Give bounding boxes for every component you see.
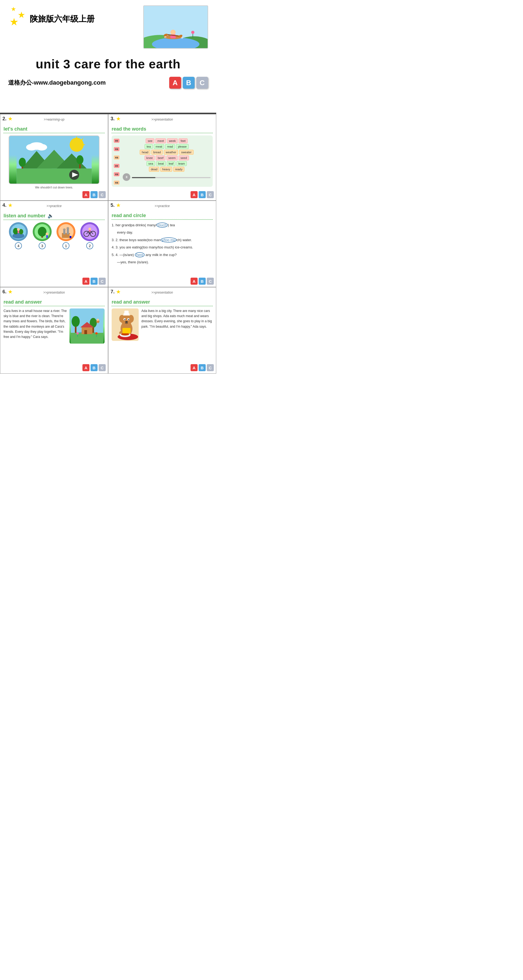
slide-7-content: Ada lives in a big city. There are many …	[111, 309, 213, 341]
img-river	[9, 222, 28, 241]
abc-blocks-slide6: A B C	[83, 364, 106, 371]
block-a: A	[169, 77, 181, 89]
word-bread: bread	[151, 150, 163, 154]
slide-4-star: ★	[8, 202, 13, 208]
word-team: team	[176, 161, 187, 166]
star-icon-2: ★	[17, 10, 25, 20]
circle-item-2: 3. 2. these boys waste(too many/too much…	[111, 237, 213, 243]
cover-top: ★ ★ ★ 陕旅版六年级上册	[8, 5, 208, 49]
svg-point-34	[17, 228, 20, 231]
slide-4-heading-text: listen and number	[3, 213, 45, 219]
slide-7-heading: read and answer	[111, 299, 213, 306]
slide-7-number: 7.	[111, 289, 114, 295]
circle-item-3: 4. 3. you are eating(too many/too much) …	[111, 244, 213, 250]
phonics-ea-2: ea	[114, 156, 119, 159]
word-sweater: sweater	[179, 150, 194, 154]
svg-rect-23	[16, 169, 92, 184]
svg-point-45	[63, 228, 66, 231]
cara-image	[70, 309, 105, 344]
block-c-s6: C	[99, 364, 106, 371]
word-beat: beat	[156, 161, 166, 166]
slide-5-star: ★	[116, 202, 121, 208]
number-1: 1	[62, 242, 70, 249]
circled-much: much	[156, 223, 168, 228]
slide-6-star: ★	[8, 288, 13, 295]
slide-4-number: 4.	[2, 202, 6, 208]
svg-point-82	[125, 321, 128, 323]
img-factory	[57, 222, 75, 241]
listen-img-4: 2	[79, 222, 100, 249]
svg-point-80	[124, 319, 126, 320]
svg-point-7	[170, 30, 176, 35]
number-2: 2	[86, 242, 93, 249]
svg-point-55	[88, 228, 91, 230]
slide-4-heading: listen and number 🔈	[3, 213, 105, 220]
word-heavy: heavy	[160, 167, 172, 172]
word-meet: meet	[156, 138, 166, 143]
phonics-ea-3: ea	[114, 172, 119, 176]
word-seed: seed	[179, 156, 189, 160]
svg-rect-35	[17, 231, 19, 233]
words-row-5: sea beat leaf team	[123, 161, 211, 166]
slide-6-tag: >>presentation	[3, 291, 105, 294]
listen-img-3: 1	[55, 222, 77, 249]
svg-point-47	[70, 234, 72, 236]
main-title: unit 3 care for the earth	[8, 57, 208, 72]
abc-blocks-cover: A B C	[169, 77, 208, 89]
svg-point-68	[95, 332, 98, 334]
slide-6-content: Cara lives in a small house near a river…	[3, 309, 105, 344]
slide-6-heading: read and answer	[3, 299, 105, 306]
circle-item-4: 5. 4. —(is/are) here any milk in the cup…	[111, 252, 213, 258]
slide-2-star: ★	[8, 115, 13, 122]
block-c-s4: C	[99, 278, 106, 285]
svg-rect-88	[124, 311, 129, 314]
word-knee: knee	[145, 156, 155, 160]
circle-items: 1. her grandpa drinks( many/much) tea ev…	[111, 222, 213, 265]
words-row-1: see meet week feet	[123, 138, 211, 143]
block-a-s7: A	[191, 364, 197, 371]
svg-point-61	[72, 316, 80, 327]
words-row-4: knee beef seem seed	[123, 156, 211, 160]
block-b-s6: B	[91, 364, 98, 371]
chant-caption: We shouldn't cut down trees.	[3, 186, 105, 189]
slide-5-heading: read and circle	[111, 213, 213, 220]
phonics-side: ee ea ea ee ea ea	[114, 138, 119, 185]
word-head: head	[140, 150, 150, 154]
words-row-3: head bread weather sweater	[123, 150, 211, 154]
stars-decoration: ★ ★ ★	[8, 6, 27, 25]
slide-6: 6. ★ >>presentation read and answer Cara…	[0, 287, 108, 374]
slides-grid: 2. ★ >>warming-up let's chant	[0, 113, 216, 374]
word-read: read	[165, 144, 175, 149]
slide-5-number: 5.	[111, 202, 114, 208]
pause-button[interactable]: ⏸	[123, 173, 130, 181]
slide-5: 5. ★ >>practice read and circle 1. her g…	[108, 200, 216, 287]
svg-rect-59	[71, 333, 103, 344]
website-label: 道格办公-www.daogebangong.com	[8, 79, 106, 87]
svg-point-38	[38, 227, 46, 237]
speaker-icon: 🔈	[48, 213, 54, 219]
abc-blocks-slide5: A B C	[191, 278, 214, 285]
word-ready: ready	[173, 167, 184, 172]
chant-video-thumbnail[interactable]	[9, 135, 100, 184]
number-4: 4	[15, 242, 22, 249]
slide-4-tag: >>practice	[3, 204, 105, 208]
slide-7: 7. ★ >>presentation read and answer	[108, 287, 216, 374]
svg-point-81	[128, 319, 129, 320]
number-3: 3	[39, 242, 46, 249]
svg-rect-44	[67, 229, 69, 234]
words-row-6: dead heavy ready	[123, 167, 211, 172]
slide-2-tag: >>warming-up	[3, 118, 105, 121]
ada-dog-image	[111, 309, 139, 341]
slide-3: 3. ★ >>presentation read the words ee ea…	[108, 114, 216, 200]
svg-point-4	[191, 31, 195, 34]
cover-section: ★ ★ ★ 陕旅版六年级上册	[0, 0, 216, 113]
abc-blocks-slide4: A B C	[83, 278, 106, 285]
slide-3-number: 3.	[111, 116, 114, 122]
block-c-s2: C	[99, 191, 106, 198]
word-feet: feet	[179, 138, 187, 143]
block-c-s3: C	[207, 191, 214, 198]
phonics-ee-1: ee	[114, 139, 119, 143]
svg-point-67	[76, 332, 79, 334]
star-icon-3: ★	[10, 16, 19, 28]
svg-rect-86	[122, 328, 130, 333]
